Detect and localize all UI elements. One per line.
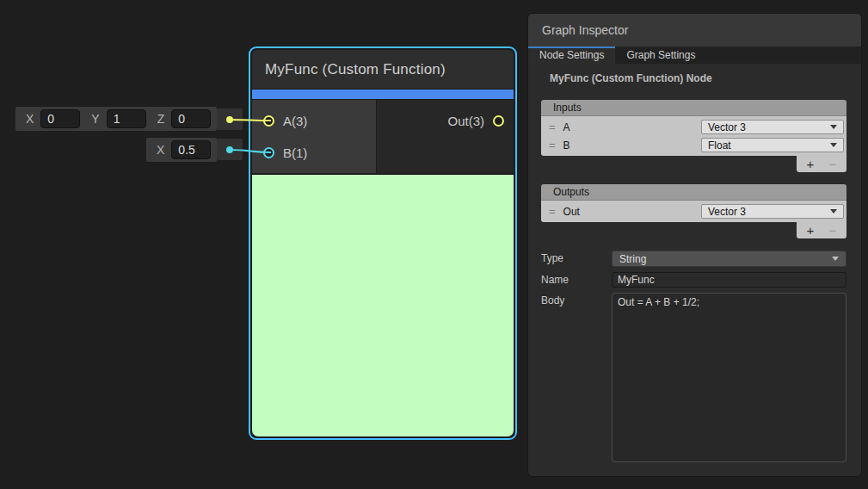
drag-handle-icon[interactable]: =: [549, 205, 556, 218]
list-item-output-out[interactable]: = Out Vector 3: [544, 202, 844, 220]
node-settings-heading: MyFunc (Custom Function) Node: [550, 72, 846, 84]
outputs-list-header: Outputs: [541, 184, 846, 201]
inputs-list: Inputs = A Vector 3 = B Floa: [541, 100, 846, 172]
name-label: Name: [541, 272, 612, 288]
output-out-name: Out: [563, 206, 701, 218]
vector3-input-widget: X Y Z: [15, 107, 217, 131]
inputs-list-body: = A Vector 3 = B Float: [541, 116, 846, 156]
node-output-ports: Out(3): [377, 100, 514, 173]
node-ports: A(3) B(1) Out(3): [252, 100, 514, 173]
add-input-button[interactable]: +: [799, 157, 822, 171]
output-out-type-value: Vector 3: [708, 206, 746, 218]
y-field-label: Y: [91, 112, 99, 126]
inspector-title[interactable]: Graph Inspector: [528, 14, 861, 46]
float-port-dot-icon[interactable]: [226, 146, 233, 153]
inputs-list-footer: + −: [797, 156, 846, 172]
port-b-icon[interactable]: [263, 147, 274, 158]
inputs-list-header: Inputs: [541, 100, 846, 116]
remove-input-button[interactable]: −: [822, 157, 844, 171]
tab-node-settings[interactable]: Node Settings: [528, 46, 615, 64]
type-dropdown[interactable]: String: [612, 251, 846, 267]
drag-handle-icon[interactable]: =: [549, 121, 556, 133]
port-a-label: A(3): [283, 114, 307, 128]
output-out-type-dropdown[interactable]: Vector 3: [701, 204, 844, 219]
inspector-content: MyFunc (Custom Function) Node Inputs = A…: [528, 64, 861, 462]
node-preview: [252, 175, 514, 436]
float-input-widget: X: [146, 138, 217, 162]
dropdown-arrow-icon: [830, 125, 837, 129]
node-input-ports: A(3) B(1): [252, 100, 376, 173]
vector3-port-dot-icon[interactable]: [226, 116, 233, 123]
y-field-input[interactable]: [107, 109, 146, 128]
input-a-type-dropdown[interactable]: Vector 3: [701, 120, 844, 134]
float-field-input[interactable]: [171, 140, 211, 159]
body-textarea[interactable]: Out = A + B + 1/2;: [612, 293, 846, 462]
input-b-type-dropdown[interactable]: Float: [701, 138, 844, 152]
x-field-label: X: [26, 112, 34, 126]
body-property-row: Body Out = A + B + 1/2;: [541, 293, 846, 462]
outputs-list-footer: + −: [797, 222, 846, 238]
outputs-list: Outputs = Out Vector 3 + −: [541, 184, 846, 238]
input-a-type-value: Vector 3: [708, 121, 746, 133]
input-b-name: B: [563, 139, 701, 152]
drag-handle-icon[interactable]: =: [549, 139, 556, 152]
port-b-label: B(1): [283, 145, 307, 160]
body-label: Body: [541, 293, 612, 462]
outputs-list-body: = Out Vector 3: [541, 201, 846, 222]
type-dropdown-value: String: [619, 253, 646, 265]
port-out-label: Out(3): [447, 114, 484, 128]
port-a-icon[interactable]: [263, 115, 274, 127]
dropdown-arrow-icon: [830, 143, 837, 147]
port-row-out: Out(3): [377, 105, 514, 137]
node-accent-bar: [252, 90, 514, 99]
port-row-a: A(3): [252, 105, 376, 137]
input-b-type-value: Float: [708, 139, 731, 152]
type-property-row: Type String: [541, 251, 846, 267]
shader-graph-canvas[interactable]: X Y Z X MyFunc (Custom Function) A(3): [0, 0, 868, 489]
z-field-label: Z: [157, 112, 165, 126]
name-input[interactable]: [612, 272, 846, 288]
float-connector-box: [217, 139, 243, 160]
inspector-tabs: Node Settings Graph Settings: [528, 46, 861, 64]
input-a-name: A: [563, 121, 701, 133]
node-title[interactable]: MyFunc (Custom Function): [252, 50, 514, 89]
list-item-input-b[interactable]: = B Float: [544, 136, 844, 154]
z-field-input[interactable]: [171, 109, 211, 128]
dropdown-arrow-icon: [832, 257, 839, 261]
vector3-connector-box: [217, 108, 243, 130]
tab-graph-settings[interactable]: Graph Settings: [615, 46, 706, 64]
dropdown-arrow-icon: [830, 209, 837, 214]
custom-function-node[interactable]: MyFunc (Custom Function) A(3) B(1) Out(3…: [249, 46, 517, 440]
x-field-label: X: [157, 143, 164, 157]
graph-inspector-panel: Graph Inspector Node Settings Graph Sett…: [527, 13, 862, 477]
list-item-input-a[interactable]: = A Vector 3: [544, 118, 844, 136]
add-output-button[interactable]: +: [799, 223, 822, 238]
x-field-input[interactable]: [40, 109, 80, 128]
port-row-b: B(1): [252, 137, 376, 169]
type-label: Type: [541, 251, 612, 267]
name-property-row: Name: [541, 272, 846, 288]
port-out-icon[interactable]: [493, 115, 504, 127]
remove-output-button[interactable]: −: [822, 223, 844, 238]
